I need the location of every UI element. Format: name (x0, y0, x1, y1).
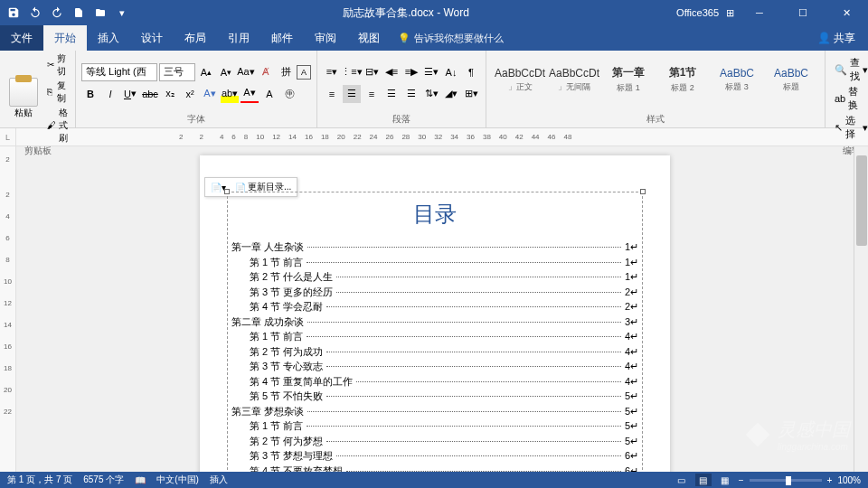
cut-button[interactable]: ✂剪切 (47, 52, 70, 78)
underline-button[interactable]: U▾ (121, 85, 139, 103)
status-page[interactable]: 第 1 页，共 7 页 (7, 474, 72, 486)
tab-layout[interactable]: 布局 (174, 25, 217, 51)
justify-button[interactable]: ☰ (382, 85, 401, 103)
style-item[interactable]: AaBbCcDt」无间隔 (548, 54, 600, 105)
status-mode[interactable]: 插入 (210, 474, 228, 486)
char-shading-button[interactable]: A (260, 85, 278, 103)
style-item[interactable]: AaBbC标题 3 (711, 54, 763, 105)
tab-home[interactable]: 开始 (43, 25, 87, 51)
numbering-button[interactable]: ⋮≡▾ (343, 63, 361, 81)
zoom-out-button[interactable]: − (739, 475, 744, 485)
line-spacing-button[interactable]: ⇅▾ (422, 85, 440, 103)
toc-entry[interactable]: 第 3 节 更多的经历2↵ (231, 285, 638, 300)
multilevel-button[interactable]: ⊟▾ (363, 63, 381, 81)
scroll-thumb[interactable] (856, 155, 867, 246)
change-case-button[interactable]: Aa▾ (237, 63, 255, 81)
bullets-button[interactable]: ≡▾ (323, 63, 341, 81)
style-item[interactable]: AaBbC标题 (765, 54, 817, 105)
distribute-button[interactable]: ☰ (402, 85, 420, 103)
redo-icon[interactable] (47, 3, 67, 23)
align-center-button[interactable]: ☰ (343, 85, 361, 103)
zoom-in-button[interactable]: + (827, 475, 833, 485)
toc-entry[interactable]: 第 4 节 不要放弃梦想6↵ (231, 464, 638, 473)
sort-button[interactable]: A↓ (442, 63, 460, 81)
decrease-font-button[interactable]: A▾ (217, 63, 235, 81)
view-web-button[interactable]: ▦ (717, 474, 733, 486)
shading-button[interactable]: ◢▾ (442, 85, 460, 103)
view-read-button[interactable]: ▭ (674, 474, 690, 486)
vertical-ruler[interactable]: 2246810121416182022 (0, 146, 16, 472)
undo-icon[interactable] (25, 3, 45, 23)
superscript-button[interactable]: x² (181, 85, 199, 103)
document-scroll[interactable]: 📄▾ 📄更新目录... 目录 第一章 人生杂谈1↵第 1 节 前言1↵第 2 节… (16, 146, 854, 472)
style-item[interactable]: 第1节标题 2 (656, 54, 709, 105)
phonetic-button[interactable]: 拼 (277, 63, 295, 81)
toc-entry[interactable]: 第 2 节 什么是人生1↵ (231, 269, 638, 285)
style-item[interactable]: 第一章标题 1 (602, 54, 655, 105)
clear-format-button[interactable]: A̸ (257, 63, 275, 81)
view-print-button[interactable]: ▤ (695, 474, 712, 486)
char-border-button[interactable]: A (297, 65, 311, 80)
replace-button[interactable]: ab替换 (835, 85, 868, 112)
tab-design[interactable]: 设计 (130, 25, 174, 51)
status-words[interactable]: 6575 个字 (83, 474, 124, 486)
toc-entry[interactable]: 第 2 节 何为成功4↵ (231, 344, 638, 360)
toc-entry[interactable]: 第 3 节 梦想与理想6↵ (231, 448, 638, 464)
open-icon[interactable] (90, 3, 110, 23)
vertical-scrollbar[interactable] (854, 146, 868, 472)
asian-layout-button[interactable]: ☰▾ (422, 63, 440, 81)
show-marks-button[interactable]: ¶ (462, 63, 480, 81)
subscript-button[interactable]: x₂ (161, 85, 179, 103)
bold-button[interactable]: B (81, 85, 99, 103)
share-button[interactable]: 👤 共享 (805, 31, 868, 46)
toc-entry[interactable]: 第三章 梦想杂谈5↵ (231, 404, 638, 419)
tab-file[interactable]: 文件 (0, 25, 43, 51)
status-lang[interactable]: 中文(中国) (156, 474, 199, 486)
tab-insert[interactable]: 插入 (87, 25, 130, 51)
horizontal-ruler[interactable]: 2246810121416182022242628303234363840424… (16, 128, 868, 145)
enclose-button[interactable]: ㊥ (280, 85, 298, 103)
copy-button[interactable]: ⎘复制 (47, 80, 70, 105)
toc-entry[interactable]: 第 1 节 前言4↵ (231, 329, 638, 344)
toc-entry[interactable]: 第 2 节 何为梦想5↵ (231, 434, 638, 449)
new-icon[interactable] (69, 3, 89, 23)
tell-me-search[interactable]: 💡 告诉我你想要做什么 (398, 32, 504, 45)
font-size-combo[interactable]: 三号 (159, 63, 195, 81)
qat-dropdown-icon[interactable]: ▾ (112, 3, 132, 23)
paste-button[interactable]: 粘贴 (5, 74, 42, 123)
toc-entry[interactable]: 第 1 节 前言1↵ (231, 255, 638, 270)
text-effects-button[interactable]: A▾ (201, 85, 219, 103)
highlight-button[interactable]: ab▾ (221, 85, 239, 103)
align-left-button[interactable]: ≡ (323, 85, 341, 103)
increase-font-button[interactable]: A▴ (197, 63, 215, 81)
tab-references[interactable]: 引用 (217, 25, 260, 51)
toc-entry[interactable]: 第 4 节 学会忍耐2↵ (231, 299, 638, 314)
close-button[interactable]: ✕ (828, 0, 864, 25)
tab-mail[interactable]: 邮件 (260, 25, 304, 51)
decrease-indent-button[interactable]: ◀≡ (382, 63, 401, 81)
maximize-button[interactable]: ☐ (785, 0, 821, 25)
italic-button[interactable]: I (101, 85, 119, 103)
zoom-slider[interactable] (750, 479, 822, 482)
toc-frame[interactable]: 目录 第一章 人生杂谈1↵第 1 节 前言1↵第 2 节 什么是人生1↵第 3 … (227, 192, 643, 472)
styles-gallery[interactable]: AaBbCcDt」正文AaBbCcDt」无间隔第一章标题 1第1节标题 2AaB… (492, 52, 819, 113)
style-item[interactable]: AaBbCcDt」正文 (494, 54, 546, 105)
strike-button[interactable]: abc (141, 85, 159, 103)
align-right-button[interactable]: ≡ (363, 85, 381, 103)
toc-entry[interactable]: 第 3 节 专心致志4↵ (231, 359, 638, 374)
borders-button[interactable]: ⊞▾ (462, 85, 480, 103)
status-spell-icon[interactable]: 📖 (135, 475, 146, 485)
tab-review[interactable]: 审阅 (304, 25, 347, 51)
zoom-value[interactable]: 100% (837, 475, 861, 485)
font-name-combo[interactable]: 等线 Light (西 (81, 63, 157, 81)
toc-entry[interactable]: 第 5 节 不怕失败5↵ (231, 389, 638, 404)
increase-indent-button[interactable]: ≡▶ (402, 63, 420, 81)
toc-entry[interactable]: 第二章 成功杂谈3↵ (231, 314, 638, 330)
save-icon[interactable] (4, 3, 24, 23)
account-icon[interactable]: ⊞ (726, 7, 734, 19)
toc-entry[interactable]: 第一章 人生杂谈1↵ (231, 239, 638, 255)
toc-entry[interactable]: 第 4 节 重复简单的工作4↵ (231, 374, 638, 389)
find-button[interactable]: 🔍查找▾ (835, 56, 868, 83)
toc-entry[interactable]: 第 1 节 前言5↵ (231, 418, 638, 434)
font-color-button[interactable]: A▾ (241, 85, 259, 103)
